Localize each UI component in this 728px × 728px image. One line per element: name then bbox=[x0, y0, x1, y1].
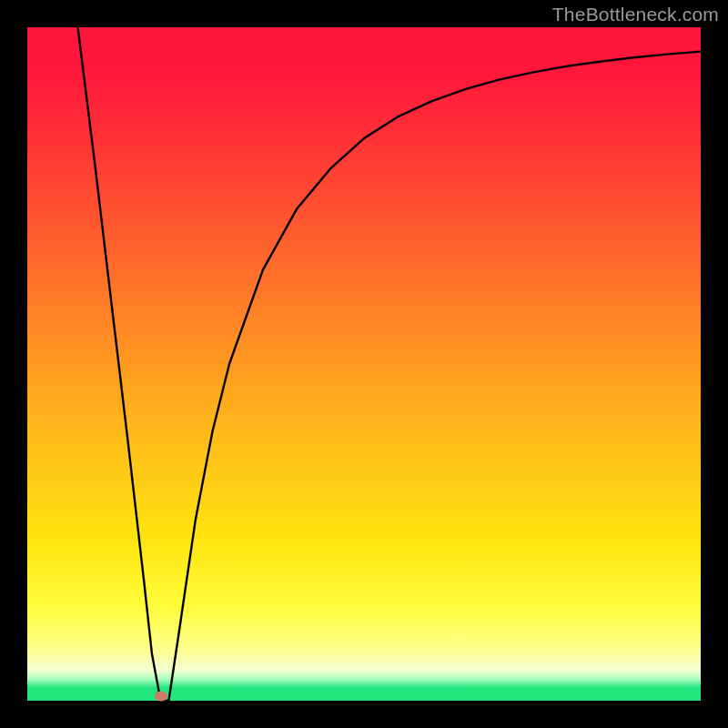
plot-area bbox=[27, 27, 701, 701]
watermark-text: TheBottleneck.com bbox=[552, 4, 719, 25]
bottleneck-curve bbox=[27, 27, 701, 701]
chart-frame: TheBottleneck.com bbox=[0, 0, 728, 728]
optimal-point-marker bbox=[155, 691, 167, 701]
